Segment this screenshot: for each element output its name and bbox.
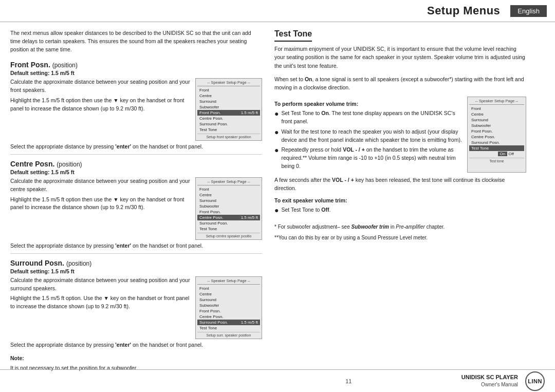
centre-posn-body2: Highlight the 1.5 m/5 ft option then use… xyxy=(10,196,190,212)
clockwise-text: A few seconds after the VOL - / + key ha… xyxy=(274,176,526,193)
front-menu-header: -- Speaker Setup Page -- xyxy=(197,80,260,86)
menu-item-centre-c: Centre xyxy=(197,192,260,198)
test-tone-intro2: When set to On, a tone signal is sent to… xyxy=(274,75,526,92)
front-posn-text: Calculate the approximate distance betwe… xyxy=(10,78,190,115)
menu-item-surround-s: Surround xyxy=(197,297,260,303)
surround-posn-block: Calculate the approximate distance betwe… xyxy=(10,276,262,339)
centre-posn-menu: -- Speaker Setup Page -- Front Centre Su… xyxy=(195,177,262,240)
linn-logo: LINN xyxy=(525,371,545,391)
perform-title: To perform speaker volume trim: xyxy=(274,101,462,107)
menu-item-test-tone-hl: Test Tone xyxy=(469,145,524,151)
menu-item-surround-posn: Surround Posn. xyxy=(197,121,260,127)
surround-posn-default: Default setting: 1.5 m/5 ft xyxy=(10,268,262,274)
main-content: The next menus allow speaker distances t… xyxy=(0,22,555,369)
front-posn-default: Default setting: 1.5 m/5 ft xyxy=(10,70,262,76)
perform-bullet-2-text: Wait for the test tone to reach the spea… xyxy=(281,128,462,144)
centre-posn-section: Centre Posn. (position) Default setting:… xyxy=(10,160,262,250)
bullet-dot-3: ● xyxy=(274,145,279,156)
front-posn-body2: Highlight the 1.5 m/5 ft option then use… xyxy=(10,97,190,113)
menu-item-front-tt: Front xyxy=(469,106,524,111)
surround-posn-default-value: 1.5 m/5 ft xyxy=(51,268,75,274)
menu-item-surround-c: Surround xyxy=(197,198,260,203)
front-posn-block: Calculate the approximate distance betwe… xyxy=(10,78,262,141)
right-column: Test Tone For maximum enjoyment of your … xyxy=(274,29,526,369)
menu-item-on: On Off xyxy=(469,151,524,157)
page-header: Setup Menus English xyxy=(0,0,555,22)
surround-posn-menu: -- Speaker Setup Page -- Front Centre Su… xyxy=(195,276,262,339)
menu-item-surround: Surround xyxy=(197,99,260,104)
surround-posn-body3: Select the appropriate distance by press… xyxy=(10,341,262,349)
menu-item-surround-posn-tt: Surround Posn. xyxy=(469,140,524,145)
menu-item-test-tone: Test Tone xyxy=(197,127,260,133)
exit-bullet-text: Set Test Tone to Off. xyxy=(281,206,330,214)
perform-bullet-1-text: Set Test Tone to On. The test tone displ… xyxy=(281,109,462,126)
centre-posn-body3: Select the appropriate distance by press… xyxy=(10,242,262,250)
menu-item-centre-tt: Centre xyxy=(469,111,524,117)
exit-bullet-dot: ● xyxy=(274,205,279,216)
footnote1: * For subwoofer adjustment– see Subwoofe… xyxy=(274,223,526,231)
front-menu-caption: Setup front speaker position xyxy=(197,134,260,139)
surround-posn-body2: Highlight the 1.5 m/5 ft option. Use the… xyxy=(10,294,190,311)
menu-item-surround-tt: Surround xyxy=(469,117,524,123)
test-tone-menu-caption: Test tone xyxy=(469,158,524,163)
note-label: Note: xyxy=(10,354,262,363)
menu-item-surround-posn-hl: Surround Posn.1.5 m/5 ft xyxy=(197,320,260,325)
test-tone-perform-text: To perform speaker volume trim: ● Set Te… xyxy=(274,97,462,172)
menu-item-subwoofer-tt: Subwoofer xyxy=(469,123,524,128)
menu-item-front-posn-s: Front Posn. xyxy=(197,308,260,314)
surround-menu-header: -- Speaker Setup Page -- xyxy=(197,278,260,285)
footer-right: UNIDISK SC PLAYER Owner's Manual LINN xyxy=(461,371,545,391)
front-posn-body1: Calculate the approximate distance betwe… xyxy=(10,78,190,95)
page-footer: 11 UNIDISK SC PLAYER Owner's Manual LINN xyxy=(0,369,555,392)
menu-item-front: Front xyxy=(197,87,260,93)
surround-posn-body1: Calculate the approximate distance betwe… xyxy=(10,276,190,293)
footer-page-number: 11 xyxy=(236,378,461,384)
menu-item-surround-posn-c: Surround Posn. xyxy=(197,220,260,226)
menu-item-front-s: Front xyxy=(197,286,260,291)
footer-brand: UNIDISK SC PLAYER Owner's Manual xyxy=(461,374,518,388)
left-column: The next menus allow speaker distances t… xyxy=(10,29,262,369)
front-posn-title: Front Posn. (position) xyxy=(10,61,262,69)
surround-menu-caption: Setup surr. speaker position xyxy=(197,332,260,337)
front-posn-section: Front Posn. (position) Default setting: … xyxy=(10,61,262,151)
menu-item-front-posn-tt: Front Posn. xyxy=(469,128,524,134)
centre-posn-default: Default setting: 1.5 m/5 ft xyxy=(10,169,262,175)
test-tone-intro1: For maximum enjoyment of your UNIDISK SC… xyxy=(274,45,526,70)
test-tone-menu-header: -- Speaker Setup Page -- xyxy=(469,99,524,105)
centre-posn-default-value: 1.5 m/5 ft xyxy=(51,169,75,175)
front-posn-body3: Select the appropriate distance by press… xyxy=(10,143,262,151)
footnote2: **You can do this by ear or by using a S… xyxy=(274,234,526,241)
menu-item-front-c: Front xyxy=(197,186,260,192)
menu-item-centre-posn-hl: Centre Posn.1.5 m/5 ft xyxy=(197,215,260,220)
perform-bullet-2: ● Wait for the test tone to reach the sp… xyxy=(274,128,462,144)
front-posn-menu: -- Speaker Setup Page -- Front Centre Su… xyxy=(195,78,262,141)
bullet-dot-1: ● xyxy=(274,108,279,119)
menu-item-front-posn-hl: Front Posn.1.5 m/5 ft xyxy=(197,110,260,116)
surround-posn-text: Calculate the approximate distance betwe… xyxy=(10,276,190,313)
linn-logo-text: LINN xyxy=(528,378,542,384)
surround-posn-section: Surround Posn. (position) Default settin… xyxy=(10,259,262,349)
intro-paragraph: The next menus allow speaker distances t… xyxy=(10,29,262,53)
centre-menu-header: -- Speaker Setup Page -- xyxy=(197,179,260,185)
menu-item-subwoofer: Subwoofer xyxy=(197,104,260,110)
page-title: Setup Menus xyxy=(427,4,500,17)
menu-item-centre-posn-s: Centre Posn. xyxy=(197,314,260,320)
perform-bullet-3-text: Repeatedly press or hold VOL - / + on th… xyxy=(281,146,462,170)
menu-item-centre-s: Centre xyxy=(197,291,260,297)
surround-posn-title: Surround Posn. (position) xyxy=(10,259,262,267)
menu-item-subwoofer-c: Subwoofer xyxy=(197,203,260,209)
exit-title: To exit speaker volume trim: xyxy=(274,197,526,203)
footnotes: * For subwoofer adjustment– see Subwoofe… xyxy=(274,223,526,241)
centre-posn-body1: Calculate the approximate distance betwe… xyxy=(10,177,190,194)
menu-item-subwoofer-s: Subwoofer xyxy=(197,303,260,308)
brand-sub: Owner's Manual xyxy=(461,381,518,388)
centre-posn-block: Calculate the approximate distance betwe… xyxy=(10,177,262,240)
perform-bullet-3: ● Repeatedly press or hold VOL - / + on … xyxy=(274,146,462,170)
centre-posn-title: Centre Posn. (position) xyxy=(10,160,262,168)
test-tone-title: Test Tone xyxy=(274,29,312,42)
menu-item-front-posn-c: Front Posn. xyxy=(197,209,260,215)
menu-item-centre-posn-tt: Centre Posn. xyxy=(469,134,524,140)
language-badge: English xyxy=(510,5,547,17)
centre-menu-caption: Setup centre speaker positio xyxy=(197,233,260,238)
test-tone-perform-block: To perform speaker volume trim: ● Set Te… xyxy=(274,97,526,172)
